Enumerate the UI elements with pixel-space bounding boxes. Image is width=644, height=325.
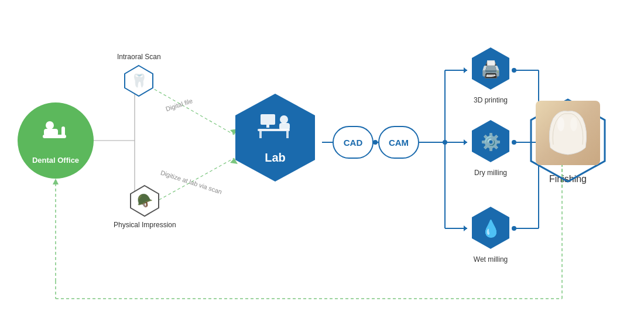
svg-rect-45 [266, 125, 269, 128]
diagram-container: Dental Office Intraoral Scan 🦷 Digital f… [0, 0, 644, 325]
dry-milling-node: ⚙️ Dry milling [467, 118, 514, 177]
lab-node: Lab [228, 91, 322, 184]
finishing-node: Finishing [524, 97, 612, 184]
dental-office-icon [38, 116, 73, 153]
svg-rect-47 [259, 131, 262, 138]
cad-node: CAD [333, 126, 374, 159]
svg-point-14 [443, 140, 447, 145]
dry-mill-icon: ⚙️ [481, 132, 501, 152]
wet-milling-label: Wet milling [474, 255, 508, 264]
wet-mill-icon: 💧 [481, 219, 501, 238]
svg-point-55 [557, 117, 564, 131]
dry-milling-label: Dry milling [474, 169, 507, 177]
physical-label: Physical Impression [114, 221, 176, 229]
cam-node: CAM [378, 126, 419, 159]
tooth-icon: 🦷 [131, 73, 147, 88]
lab-icon [255, 111, 296, 149]
printer-icon: 🖨️ [481, 60, 501, 79]
printing-hex: 🖨️ [467, 46, 514, 93]
printing-label: 3D printing [474, 96, 508, 104]
intraoral-label: Intraoral Scan [117, 53, 161, 61]
svg-rect-50 [279, 123, 290, 130]
dental-office-label: Dental Office [32, 156, 79, 165]
digital-file-label: Digital file [165, 97, 193, 112]
svg-rect-37 [61, 126, 65, 138]
intraoral-scan-node: Intraoral Scan 🦷 [117, 53, 161, 97]
cad-label: CAD [344, 138, 363, 148]
wet-milling-node: 💧 Wet milling [467, 205, 514, 264]
svg-rect-40 [50, 135, 61, 138]
intraoral-hex: 🦷 [122, 64, 155, 97]
svg-point-12 [373, 140, 378, 145]
lab-content: Lab [255, 111, 296, 165]
physical-impression-node: 🪖 Physical Impression [114, 184, 176, 229]
svg-rect-48 [286, 131, 289, 138]
physical-hex: 🪖 [128, 184, 161, 217]
svg-rect-44 [261, 114, 275, 125]
lab-label: Lab [265, 151, 286, 165]
dry-milling-hex: ⚙️ [467, 118, 514, 165]
svg-point-38 [46, 121, 54, 129]
wet-milling-hex: 💧 [467, 205, 514, 252]
dental-office-node: Dental Office [18, 102, 94, 179]
impression-icon: 🪖 [137, 193, 153, 208]
cam-label: CAM [389, 138, 409, 148]
svg-marker-35 [53, 179, 59, 184]
svg-point-56 [570, 117, 577, 131]
finishing-image [536, 101, 600, 165]
printing-node: 🖨️ 3D printing [467, 46, 514, 104]
svg-point-49 [280, 115, 288, 124]
svg-line-6 [150, 87, 234, 135]
